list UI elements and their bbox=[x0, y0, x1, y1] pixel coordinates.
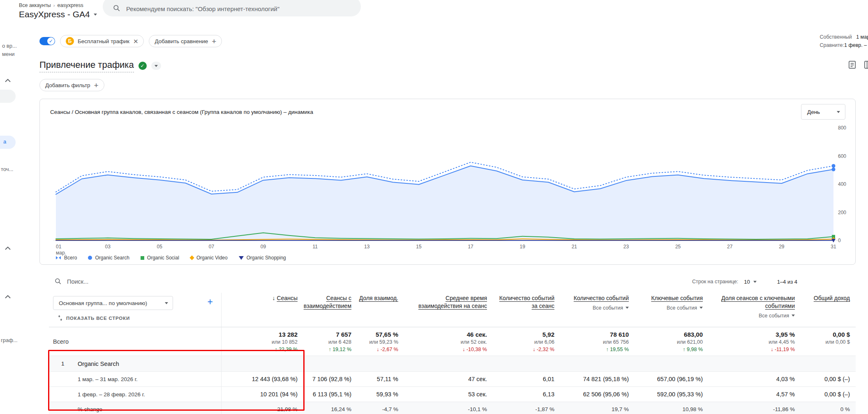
report-content: ✓ Б Бесплатный трафик ✕ Добавить сравнен… bbox=[0, 35, 868, 414]
chevron-down-icon bbox=[837, 111, 840, 113]
metric-cell: 0 % bbox=[801, 402, 856, 414]
segment-chip-label: Бесплатный трафик bbox=[78, 38, 129, 44]
legend-item-organic-social[interactable]: Organic Social bbox=[141, 255, 179, 261]
chevron-up-icon[interactable] bbox=[5, 76, 11, 84]
customize-report-icon[interactable] bbox=[863, 60, 868, 71]
totals-metric-cell: 13 282или 10 852↑ 22,39 % bbox=[222, 327, 303, 356]
sidebar-item[interactable]: а bbox=[3, 139, 6, 145]
column-header-engagement-rate[interactable]: Доля взаимод. bbox=[357, 293, 404, 327]
date-range-display[interactable]: Собственный 1 мар. – Сравните:1 февр. – bbox=[820, 33, 868, 49]
comparison-toggle[interactable]: ✓ bbox=[39, 37, 55, 45]
legend-item-organic-search[interactable]: Organic Search bbox=[88, 255, 129, 261]
sidebar-item[interactable]: мени bbox=[2, 51, 15, 57]
svg-text:03: 03 bbox=[105, 244, 111, 250]
date-primary-label: Собственный bbox=[820, 34, 852, 40]
diamond-marker-icon bbox=[189, 255, 194, 260]
metric-value: 7 657 bbox=[303, 331, 351, 338]
column-header-key-event-rate[interactable]: Доля сеансов с ключевыми событиямиВсе со… bbox=[709, 293, 801, 327]
sidebar-selected-item[interactable] bbox=[0, 90, 16, 103]
dimension-header-cell: Основная группа... по умолчанию)+ПОКАЗАТ… bbox=[49, 293, 222, 327]
metric-cell: -1,87 % bbox=[493, 402, 560, 414]
sidebar-item[interactable]: граф... bbox=[1, 337, 18, 343]
pagination-range: 1–4 из 4 bbox=[777, 279, 797, 285]
svg-text:09: 09 bbox=[261, 244, 266, 250]
metric-change: ↑ 22,39 % bbox=[222, 347, 298, 352]
channel-group-row[interactable]: 1Organic Search bbox=[49, 356, 856, 372]
column-header-total-revenue[interactable]: Общий доход bbox=[801, 293, 856, 327]
add-dimension-button[interactable]: + bbox=[208, 297, 213, 307]
legend-item-total[interactable]: Всего bbox=[55, 255, 77, 261]
show-all-rows-button[interactable]: ПОКАЗАТЬ ВСЕ СТРОКИ bbox=[58, 315, 221, 321]
legend-label: Organic Shopping bbox=[247, 255, 286, 261]
totals-metric-cell: 7 657или 6 428↑ 19,12 % bbox=[303, 327, 357, 356]
percent-change-label: % change bbox=[49, 406, 102, 412]
svg-text:13: 13 bbox=[364, 244, 370, 250]
column-header-event-count[interactable]: Количество событийВсе события bbox=[560, 293, 635, 327]
trend-chart-card: Сеансы / Основная группа каналов, связан… bbox=[39, 99, 856, 265]
column-header-avg-engagement-time[interactable]: Среднее время взаимодействия на сеанс bbox=[404, 293, 493, 327]
granularity-value: День bbox=[807, 109, 820, 115]
table-search[interactable]: Поиск... bbox=[54, 278, 88, 286]
legend-item-organic-shopping[interactable]: Organic Shopping bbox=[239, 255, 286, 261]
chevron-down-icon bbox=[94, 14, 97, 16]
channels-data-table: Основная группа... по умолчанию)+ПОКАЗАТ… bbox=[49, 291, 856, 414]
column-header-engaged-sessions[interactable]: Сеансы с взаимодействием bbox=[303, 293, 357, 327]
chevron-up-icon[interactable] bbox=[5, 244, 11, 252]
metric-value: 0,00 $ bbox=[801, 331, 850, 338]
search-bar[interactable]: Рекомендуем поискать: "Обзор интернет-те… bbox=[103, 0, 361, 16]
filter-bar: Добавить фильтр + bbox=[39, 79, 856, 91]
column-filter-event-count[interactable]: Все события bbox=[593, 305, 629, 311]
metric-cell: 10,98 % bbox=[635, 402, 709, 414]
sidebar-active-item[interactable] bbox=[0, 136, 16, 149]
svg-text:200: 200 bbox=[838, 210, 846, 215]
column-filter-key-events[interactable]: Все события bbox=[667, 305, 703, 311]
circle-marker-icon bbox=[88, 256, 92, 260]
close-icon[interactable]: ✕ bbox=[133, 38, 139, 44]
dimension-select[interactable]: Основная группа... по умолчанию) bbox=[53, 296, 173, 310]
svg-text:31: 31 bbox=[831, 244, 836, 250]
granularity-select[interactable]: День bbox=[801, 104, 845, 120]
metric-value: 683,00 bbox=[635, 331, 703, 338]
legend-label: Organic Video bbox=[196, 255, 228, 261]
metric-cell: 657,00 (96,19 %) bbox=[635, 372, 709, 386]
metric-cell: 16,24 % bbox=[303, 402, 357, 414]
property-title: EasyXpress - GA4 bbox=[19, 9, 90, 19]
date-range-row: 1 февр. – 28 февр. 2026 г.10 201 (94 %)6… bbox=[49, 387, 856, 402]
breadcrumb-accounts[interactable]: Все аккаунты bbox=[19, 2, 51, 8]
svg-text:400: 400 bbox=[838, 181, 846, 187]
metric-change: ↓ -10,38 % bbox=[404, 347, 487, 352]
segment-chip[interactable]: Б Бесплатный трафик ✕ bbox=[60, 35, 144, 47]
legend-item-organic-video[interactable]: Organic Video bbox=[190, 255, 228, 261]
rows-per-page-select[interactable]: 10 bbox=[744, 279, 756, 285]
svg-text:0: 0 bbox=[838, 238, 841, 243]
page-title: Привлечение трафика bbox=[39, 60, 134, 72]
sidebar-item[interactable]: точ... bbox=[1, 166, 13, 172]
notes-icon[interactable] bbox=[847, 60, 857, 71]
metric-compare-value: или 59,23 % bbox=[357, 339, 398, 345]
sidebar-item[interactable]: о вр... bbox=[2, 43, 17, 49]
add-filter-chip[interactable]: Добавить фильтр + bbox=[39, 79, 104, 91]
column-filter-key-event-rate[interactable]: Все события bbox=[759, 313, 795, 319]
square-marker-icon bbox=[141, 256, 144, 260]
metric-compare-value: или 4,45 % bbox=[709, 339, 795, 345]
report-dropdown[interactable] bbox=[151, 62, 161, 70]
channel-name: Organic Search bbox=[78, 361, 119, 367]
date-compare-label: Сравните: bbox=[820, 42, 844, 48]
percent-change-row: % change21,98 %16,24 %-4,7 %-10,1 %-1,87… bbox=[49, 402, 856, 414]
totals-metric-cell: 5,92или 6,06↓ -2,32 % bbox=[493, 327, 560, 356]
metric-cell: 6 113 (95,1 %) bbox=[303, 387, 357, 402]
totals-label: Всего bbox=[49, 327, 222, 356]
breadcrumb-property[interactable]: easyxpress bbox=[58, 2, 83, 8]
metric-change: ↑ 19,12 % bbox=[303, 347, 351, 352]
date-compare-value: 1 февр. – bbox=[844, 42, 867, 48]
column-header-key-events[interactable]: Ключевые событияВсе события bbox=[635, 293, 709, 327]
chevron-up-icon[interactable] bbox=[5, 293, 11, 300]
column-header-events-per-session[interactable]: Количество событий за сеанс bbox=[493, 293, 560, 327]
metric-cell: 53 сек. bbox=[404, 387, 493, 402]
column-header-sessions[interactable]: ↓Сеансы bbox=[222, 293, 303, 327]
table-header-row: Основная группа... по умолчанию)+ПОКАЗАТ… bbox=[49, 291, 856, 327]
total-bowtie-icon bbox=[55, 256, 61, 260]
metric-cell: 47 сек. bbox=[404, 372, 493, 386]
totals-metric-cell: 0,00 $или 0,00 $ bbox=[801, 327, 856, 356]
add-comparison-chip[interactable]: Добавить сравнение + bbox=[149, 35, 222, 47]
